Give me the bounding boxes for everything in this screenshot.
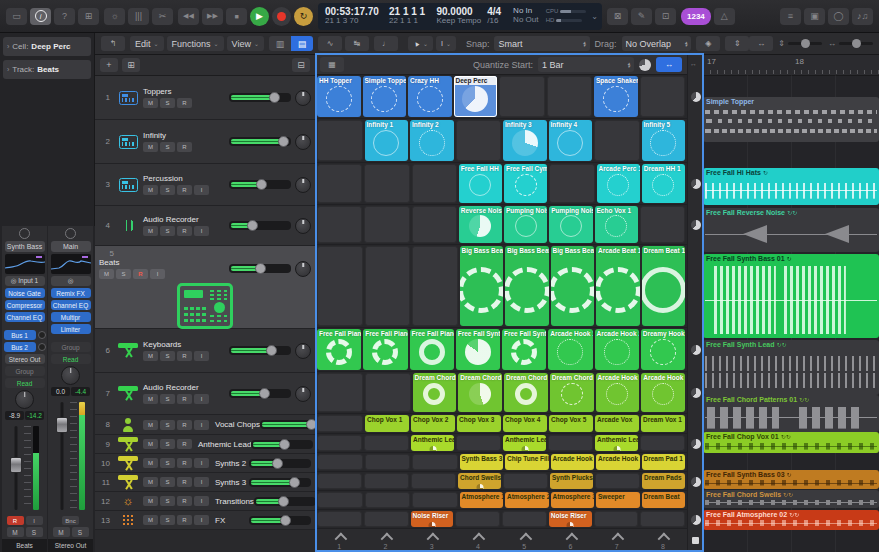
record-button[interactable] — [272, 7, 291, 26]
loop-cell-anthemic-lead[interactable]: Anthemic Lead — [503, 435, 546, 451]
mute-button[interactable]: M — [143, 394, 158, 404]
cell-progress-icon[interactable] — [639, 59, 651, 71]
loop-cell-dream-chord-2[interactable]: Dream Chord 2 — [458, 373, 502, 412]
pan-knob[interactable] — [15, 390, 34, 409]
solo-button[interactable]: S — [160, 515, 175, 525]
pan-knob[interactable] — [295, 343, 311, 359]
send-level-knob[interactable] — [38, 343, 46, 351]
empty-cell[interactable] — [595, 473, 640, 489]
mute-button[interactable]: M — [143, 142, 158, 152]
mute-button[interactable]: M — [143, 226, 158, 236]
input-monitor-button[interactable]: I — [194, 420, 209, 430]
catch-playhead-icon[interactable]: ◈ — [696, 36, 720, 51]
region-free-fall-synth-bass-03[interactable]: Free Fall Synth Bass 03↻ — [703, 470, 879, 489]
loop-cell-synth-bass-3[interactable]: Synth Bass 3 — [460, 454, 504, 470]
loop-cell-noise-riser[interactable]: Noise Riser — [549, 511, 592, 527]
empty-cell[interactable] — [456, 435, 501, 451]
vertical-zoom-slider[interactable]: ⇕ — [778, 39, 822, 48]
slider-thumb[interactable] — [289, 477, 300, 488]
loop-cell-big-bass-beat-2[interactable]: Big Bass Beat 2 — [505, 246, 549, 326]
lcd-time[interactable]: 00:53:17.70 21 1 3 70 — [322, 6, 386, 26]
region-free-fall-chord-swells[interactable]: Free Fall Chord Swells↻↻ — [703, 490, 879, 508]
loop-cell-atmosphere-3[interactable]: Atmosphere 3 — [551, 492, 595, 508]
solo-button[interactable]: S — [160, 185, 175, 195]
cycle-button[interactable]: ↻ — [294, 7, 313, 26]
empty-cell[interactable] — [412, 164, 457, 203]
pan-knob[interactable] — [295, 177, 311, 193]
cell-progress-indicator[interactable] — [691, 439, 701, 449]
loop-cell-atmosphere-2[interactable]: Atmosphere 2 — [505, 492, 549, 508]
track-row-audio-recorder[interactable]: 7Audio RecorderMSRI — [95, 373, 315, 415]
loop-cell-arcade-hook-2[interactable]: Arcade Hook 2 — [641, 373, 685, 412]
empty-cell[interactable] — [317, 120, 363, 161]
eq-thumbnail[interactable] — [51, 254, 91, 274]
empty-cell[interactable] — [412, 246, 458, 326]
loop-browser-icon[interactable]: ◯ — [828, 8, 849, 25]
slider-thumb[interactable] — [279, 439, 290, 450]
loop-cell-pumping-noise[interactable]: Pumping Noise — [504, 206, 547, 243]
mute-button[interactable]: M — [143, 351, 158, 361]
channel-setting-button[interactable]: Main — [51, 241, 91, 252]
nudge-back-icon[interactable]: ↰ — [101, 36, 125, 51]
loop-cell-infinity-5[interactable]: Infinity 5 — [642, 120, 686, 161]
loop-cell-infinity-3[interactable]: Infinity 3 — [503, 120, 547, 161]
insert-plugin-slot[interactable]: Compressor — [5, 300, 45, 310]
loop-cell-big-bass-beat-1[interactable]: Big Bass Beat 1 — [460, 246, 504, 326]
empty-cell[interactable] — [365, 454, 411, 470]
ibeam-tool-button[interactable]: I⌄ — [436, 36, 456, 51]
count-in-button[interactable]: 1234 — [681, 8, 711, 25]
loop-cell-arcade-beat-1[interactable]: Arcade Beat 1 — [596, 246, 640, 326]
mute-button[interactable]: M — [99, 269, 114, 279]
volume-slider[interactable] — [229, 221, 291, 230]
cell-progress-indicator[interactable] — [691, 179, 701, 189]
editors-icon[interactable]: ✂ — [152, 8, 173, 25]
send-bus-button[interactable]: Bus 1 — [4, 330, 36, 340]
input-monitor-button[interactable]: I — [194, 515, 209, 525]
empty-cell[interactable] — [640, 511, 685, 527]
empty-cell[interactable] — [364, 435, 409, 451]
record-enable-button[interactable]: R — [177, 458, 192, 468]
loop-cell-free-fall-cym[interactable]: Free Fall Cym — [504, 164, 547, 203]
track-row-fx[interactable]: 13MSRIFX — [95, 511, 315, 530]
loop-cell-chord-swells[interactable]: Chord Swells — [458, 473, 501, 489]
input-monitor-button[interactable]: I — [194, 458, 209, 468]
control-bar-icon[interactable]: ▭ — [6, 8, 27, 25]
menu-edit[interactable]: Edit⌄ — [130, 36, 164, 51]
scene-trigger-2[interactable]: 2 — [363, 531, 407, 552]
bounce-button[interactable]: Bnc — [62, 516, 79, 525]
loop-cell-atmosphere-1[interactable]: Atmosphere 1 — [460, 492, 504, 508]
cell-progress-indicator[interactable] — [691, 515, 701, 525]
region-free-fall-atmosphere-02[interactable]: Free Fall Atmosphere 02↻↻ — [703, 510, 879, 530]
quick-help-icon[interactable]: ? — [54, 8, 75, 25]
capture-midi-icon[interactable]: ♩ — [374, 36, 398, 51]
track-row-synths-2[interactable]: 10MSRISynths 2 — [95, 454, 315, 473]
record-enable-button[interactable]: R — [177, 226, 192, 236]
mute-button[interactable]: M — [143, 515, 158, 525]
region-free-fall-chop-vox-01[interactable]: Free Fall Chop Vox 01↻↻ — [703, 432, 879, 453]
empty-cell[interactable] — [364, 206, 409, 243]
loop-cell-arcade-vox[interactable]: Arcade Vox — [595, 415, 639, 432]
loop-cell-free-fall-piano[interactable]: Free Fall Piano — [410, 329, 454, 370]
input-monitor-button[interactable]: I — [150, 269, 165, 279]
track-row-toppers[interactable]: 1ToppersMSR — [95, 76, 315, 120]
solo-button[interactable]: S — [160, 477, 175, 487]
loop-cell-dream-beat[interactable]: Dream Beat — [642, 492, 686, 508]
volume-slider[interactable] — [251, 440, 313, 449]
performance-recording-icon[interactable]: ▦ — [320, 57, 344, 72]
lcd-signature[interactable]: 4/4 /16 — [484, 6, 510, 26]
lcd-display[interactable]: 00:53:17.70 21 1 3 70 21 1 1 1 22 1 1 1 … — [318, 3, 602, 30]
loop-cell-anthemic-lead[interactable]: Anthemic Lead — [595, 435, 638, 451]
automation-icon[interactable]: ∿ — [318, 36, 342, 51]
mute-button[interactable]: M — [143, 185, 158, 195]
media-browser-icon[interactable]: ♪♫ — [852, 8, 873, 25]
empty-cell[interactable] — [317, 164, 362, 203]
insert-plugin-slot[interactable]: Limiter — [51, 324, 91, 334]
empty-cell[interactable] — [640, 435, 685, 451]
loop-cell-dream-chord-3[interactable]: Dream Chord 3 — [504, 373, 548, 412]
solo-button[interactable]: S — [72, 527, 89, 537]
solo-button[interactable]: S — [26, 527, 43, 537]
loop-cell-free-fall-synth[interactable]: Free Fall Synth — [502, 329, 546, 370]
loop-cell-synth-plucks[interactable]: Synth Plucks — [550, 473, 593, 489]
solo-button[interactable]: S — [160, 226, 175, 236]
loop-cell-free-fall-synth[interactable]: Free Fall Synth — [456, 329, 500, 370]
